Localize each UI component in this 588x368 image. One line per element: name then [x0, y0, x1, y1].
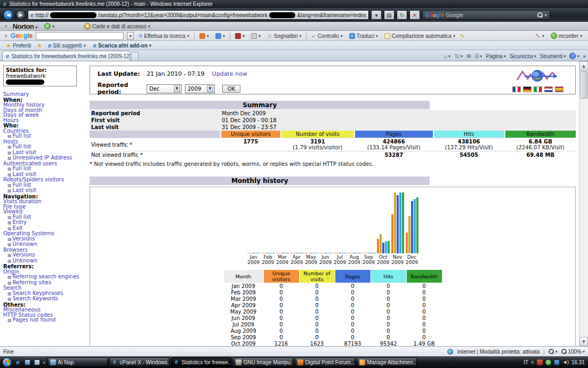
page-menu-button[interactable]: Pagina▾ — [486, 53, 506, 59]
quicklaunch-overflow[interactable]: » — [43, 359, 46, 365]
new-tab-button[interactable] — [131, 52, 139, 61]
quicklaunch-show-desktop-icon[interactable] — [23, 358, 31, 366]
chart-bar — [399, 193, 401, 253]
tray-expand-button[interactable]: < — [531, 359, 534, 365]
awstats-logo[interactable] — [512, 68, 563, 92]
scroll-up-button[interactable]: ▲ — [579, 61, 588, 70]
tray-update-icon[interactable] — [545, 359, 551, 365]
google-search-history-caret[interactable]: ▾ — [127, 32, 134, 40]
search-placeholder: Google — [446, 12, 535, 18]
monthly-cell: 0 — [407, 302, 442, 308]
sidebar-item[interactable]: ▦Last visit — [3, 188, 88, 194]
command-overflow[interactable]: » — [583, 53, 586, 59]
add-gadget-button[interactable]: ▾ — [214, 33, 227, 39]
zoom-control[interactable]: 100%▾ — [561, 349, 585, 355]
protected-mode-button[interactable]: ▾ — [549, 349, 557, 354]
forward-button[interactable]: ► — [16, 10, 26, 20]
scroll-track[interactable] — [579, 99, 588, 337]
value-main: 3191 — [310, 139, 325, 145]
monthly-cell: 0 — [335, 315, 370, 321]
search-box[interactable]: Google Google ▾ — [422, 10, 550, 20]
norton-logo[interactable]: Norton ▾ — [13, 22, 37, 30]
sidebar-item[interactable]: ▦Pages not found — [3, 317, 88, 323]
highlighter-icon[interactable]: ✎ — [460, 33, 464, 39]
print-button[interactable]: ⎙▾ — [475, 53, 482, 59]
back-button[interactable]: ◄ — [3, 10, 14, 20]
taskbar-button[interactable]: Manage Attachmen... — [357, 357, 417, 367]
monthly-cell: Mar 2009 — [224, 296, 263, 302]
help-button[interactable]: ?▾ — [569, 53, 579, 59]
search-icon[interactable] — [537, 12, 543, 18]
add-favorite-icon[interactable]: ★ — [37, 42, 42, 49]
language-indicator[interactable]: IT — [523, 359, 528, 365]
quicklaunch-ie-icon[interactable]: e — [14, 358, 22, 366]
sidebar-item[interactable]: ▦Search Keywords — [3, 296, 88, 302]
get-addons-button[interactable]: eScarica altri add-on▾ — [92, 42, 153, 49]
flag-de-icon[interactable] — [523, 86, 531, 92]
translate-button[interactable]: aTraduci▾ — [348, 33, 380, 39]
search-options-caret[interactable]: ▾ — [545, 13, 547, 18]
summary-info-row: Last visit31 Dec 2009 - 23:57 — [90, 124, 576, 131]
scroll-down-button[interactable]: ▼ — [579, 337, 588, 346]
monthly-column-header: Hits — [371, 270, 406, 283]
norton-cards-button[interactable]: ●Carte e dati di accesso▾ — [83, 22, 152, 30]
flag-es-icon[interactable] — [555, 86, 563, 92]
norton-safeweb-button[interactable]: ✓▾ — [43, 22, 56, 30]
feeds-button[interactable]: 📶︎▾ — [454, 53, 463, 59]
chart-bar — [296, 253, 298, 253]
norton-close-button[interactable]: × — [4, 23, 7, 29]
stop-button[interactable]: ✕ — [409, 10, 420, 20]
quicklaunch-media-icon[interactable] — [33, 358, 41, 366]
refresh-button[interactable]: ↻ — [397, 10, 407, 20]
pagerank-button[interactable]: ▾ — [233, 33, 246, 39]
tray-app-icon[interactable] — [537, 359, 543, 365]
chart-bar — [325, 253, 327, 253]
vertical-scrollbar[interactable]: ▲ ▼ — [579, 61, 588, 346]
value-main: 438106 — [458, 139, 480, 145]
flag-nl-icon[interactable] — [544, 86, 553, 92]
google-search-button[interactable]: GEffettua la ricerca▾ — [137, 33, 191, 39]
ok-button[interactable]: OK — [222, 85, 240, 93]
suggested-sites-button[interactable]: eSiti suggeriti▾ — [46, 42, 87, 49]
table-icon: ▦ — [7, 318, 12, 323]
address-dropdown-button[interactable]: ▾ — [371, 10, 382, 20]
send-to-button[interactable]: ▾ — [198, 33, 211, 39]
popup-blocker-button[interactable]: ▾ — [249, 33, 262, 39]
favorites-button[interactable]: ★Preferiti — [4, 42, 33, 50]
sidebar-item-label: Search Keywords — [13, 295, 58, 301]
taskbar-button[interactable]: Digital Point Forum... — [295, 357, 355, 367]
taskbar-button[interactable]: GNU Image Manipu... — [233, 357, 293, 367]
spellcheck-button[interactable]: ✓Controllo▾ — [310, 33, 344, 39]
read-mail-button[interactable]: ✉ — [466, 53, 471, 59]
bookmarks-button[interactable]: ☆Segnalibri▾ — [265, 32, 303, 40]
compatibility-button[interactable]: ▤ — [384, 10, 394, 20]
year-select[interactable]: 2009▼ — [185, 84, 215, 93]
flag-it-icon[interactable] — [534, 86, 542, 92]
start-button[interactable] — [2, 357, 12, 367]
autofill-button[interactable]: Compilazione automatica▾ — [383, 33, 457, 39]
gbar-close-button[interactable]: × — [4, 33, 7, 39]
monthly-cell: 0 — [264, 296, 299, 302]
tools-menu-button[interactable]: Strumenti▾ — [540, 53, 566, 59]
volume-icon[interactable]: ◄) — [562, 359, 569, 365]
taskbar-button[interactable]: Ai Nap — [47, 357, 108, 367]
account-button[interactable]: mcseller▾ — [549, 32, 584, 39]
sidebar-item[interactable]: Summary — [3, 92, 88, 97]
taskbar-button[interactable]: ecPanel X - Windows... — [109, 357, 170, 367]
network-icon[interactable] — [554, 359, 560, 365]
taskbar-button[interactable]: eStatistics for freewe... — [171, 357, 231, 367]
month-select[interactable]: Dec▼ — [147, 84, 182, 93]
address-input[interactable]: e http:///awstats.pl?month=12&year=2009&… — [28, 10, 369, 20]
google-search-input[interactable] — [36, 32, 124, 40]
flag-fr-icon[interactable] — [512, 86, 521, 92]
chart-bar — [356, 253, 358, 253]
tab-statistics[interactable]: e Statistics for freewebatwork.freelinks… — [2, 51, 130, 61]
sidebar-item[interactable]: ▦Unknown — [3, 258, 88, 264]
language-flags[interactable] — [512, 86, 563, 92]
home-button[interactable]: ⌂▾ — [444, 53, 450, 59]
toolbar-settings-button[interactable]: 🔧︎▾ — [534, 33, 546, 39]
update-now-link[interactable]: Update now — [212, 70, 247, 77]
sidebar-item[interactable]: Hours — [3, 118, 88, 123]
security-menu-button[interactable]: Sicurezza▾ — [510, 53, 536, 59]
scroll-thumb[interactable] — [580, 71, 587, 99]
